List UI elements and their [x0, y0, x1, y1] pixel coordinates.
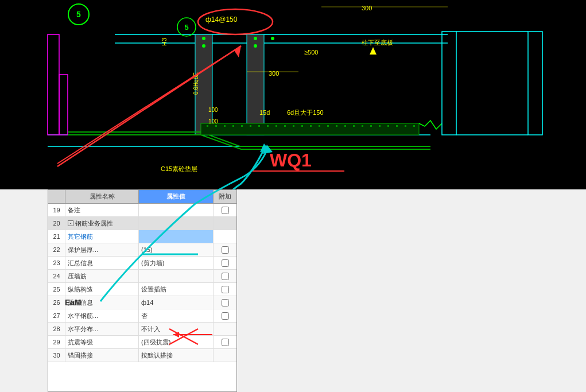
row-check-25[interactable]	[214, 283, 236, 296]
row-check-29[interactable]	[214, 336, 236, 348]
row-value-22: (15)	[139, 243, 214, 256]
row-value-29: (四级抗震)	[139, 336, 214, 348]
row-check-22[interactable]	[214, 243, 236, 256]
svg-text:15d: 15d	[259, 109, 270, 116]
svg-text:100: 100	[208, 107, 218, 113]
row-check-26[interactable]	[214, 296, 236, 309]
row-name-22: 保护层厚...	[65, 243, 139, 256]
checkbox-27[interactable]	[222, 312, 229, 320]
svg-rect-32	[396, 125, 398, 127]
row-num-22: 22	[48, 243, 65, 256]
table-row: 23 汇总信息 (剪力墙)	[48, 257, 236, 270]
checkbox-19[interactable]	[222, 207, 229, 214]
header-col-name: 属性名称	[65, 190, 139, 203]
row-check-19[interactable]	[214, 204, 236, 216]
table-row: 29 抗震等级 (四级抗震)	[48, 336, 236, 349]
svg-rect-23	[319, 125, 320, 127]
panel-body: 19 备注 20 -钢筋业务属性 21 其它钢筋 22 保护层厚... (15)	[48, 204, 236, 391]
row-value-25[interactable]: 设置插筋	[139, 283, 214, 296]
checkbox-29[interactable]	[222, 339, 229, 346]
svg-rect-29	[370, 125, 372, 127]
row-value-21[interactable]	[139, 230, 214, 243]
svg-text:H3: H3	[161, 38, 168, 46]
row-name-23: 汇总信息	[65, 257, 139, 269]
row-num-21: 21	[48, 230, 65, 243]
row-name-20[interactable]: -钢筋业务属性	[65, 217, 139, 230]
checkbox-22[interactable]	[222, 246, 229, 254]
panel-header: 属性名称 属性值 附加	[48, 190, 236, 204]
svg-text:WQ1: WQ1	[270, 150, 312, 170]
table-row: 21 其它钢筋	[48, 230, 236, 243]
svg-rect-30	[379, 125, 381, 127]
row-value-23: (剪力墙)	[139, 257, 214, 269]
table-row: 28 水平分布... 不计入	[48, 323, 236, 336]
row-num-24: 24	[48, 270, 65, 282]
checkbox-25[interactable]	[222, 286, 229, 293]
row-name-26: 插筋信息	[65, 296, 139, 309]
row-num-19: 19	[48, 204, 65, 216]
svg-rect-18	[275, 125, 277, 127]
row-name-28: 水平分布...	[65, 323, 139, 335]
row-check-21	[214, 230, 236, 243]
header-col-value[interactable]: 属性值	[139, 190, 214, 203]
row-name-27: 水平钢筋...	[65, 309, 139, 322]
svg-rect-11	[215, 125, 217, 127]
checkbox-24[interactable]	[222, 273, 229, 280]
svg-rect-34	[413, 125, 415, 127]
row-value-26[interactable]: ф14	[139, 296, 214, 309]
header-col-extra: 附加	[214, 190, 236, 203]
group-toggle-20[interactable]: -	[68, 220, 73, 226]
svg-rect-19	[284, 125, 286, 127]
row-value-30: 按默认搭接	[139, 349, 214, 362]
svg-text:ф14@150: ф14@150	[205, 15, 238, 24]
row-check-27[interactable]	[214, 309, 236, 322]
table-row: 30 锚固搭接 按默认搭接	[48, 349, 236, 362]
row-name-29: 抗震等级	[65, 336, 139, 348]
svg-rect-24	[327, 125, 329, 127]
row-name-19: 备注	[65, 204, 139, 216]
checkbox-23[interactable]	[222, 259, 229, 267]
svg-rect-31	[387, 125, 389, 127]
svg-text:300: 300	[269, 70, 279, 77]
row-num-27: 27	[48, 309, 65, 322]
svg-rect-15	[250, 125, 251, 127]
table-row: 26 插筋信息 ф14	[48, 296, 236, 309]
row-check-23[interactable]	[214, 257, 236, 269]
svg-rect-20	[293, 125, 294, 127]
table-row: 24 压墙筋	[48, 270, 236, 283]
row-name-25: 纵筋构造	[65, 283, 139, 296]
svg-text:6d且大于150: 6d且大于150	[287, 109, 324, 116]
svg-text:5: 5	[184, 23, 188, 32]
row-num-25: 25	[48, 283, 65, 296]
svg-rect-27	[353, 125, 355, 127]
svg-text:5: 5	[76, 10, 81, 19]
svg-text:100: 100	[208, 118, 218, 125]
svg-point-61	[202, 37, 205, 40]
row-value-24[interactable]	[139, 270, 214, 282]
table-row: 19 备注	[48, 204, 236, 217]
svg-rect-8	[247, 34, 264, 135]
svg-rect-33	[405, 125, 406, 127]
row-name-21[interactable]: 其它钢筋	[65, 230, 139, 243]
row-num-26: 26	[48, 296, 65, 309]
header-col-num	[48, 190, 65, 203]
row-check-28	[214, 323, 236, 335]
row-value-19[interactable]	[139, 204, 214, 216]
svg-text:300: 300	[362, 5, 372, 11]
svg-point-62	[202, 44, 205, 48]
row-name-30: 锚固搭接	[65, 349, 139, 362]
svg-rect-21	[301, 125, 303, 127]
row-num-23: 23	[48, 257, 65, 269]
svg-point-65	[271, 37, 274, 40]
row-check-24[interactable]	[214, 270, 236, 282]
svg-rect-12	[224, 125, 226, 127]
checkbox-26[interactable]	[222, 299, 229, 306]
svg-rect-25	[336, 125, 337, 127]
svg-point-63	[254, 37, 257, 40]
row-value-28: 不计入	[139, 323, 214, 335]
table-row: 20 -钢筋业务属性	[48, 217, 236, 230]
svg-rect-28	[362, 125, 363, 127]
row-num-29: 29	[48, 336, 65, 348]
svg-point-64	[254, 44, 257, 48]
table-row: 22 保护层厚... (15)	[48, 243, 236, 257]
